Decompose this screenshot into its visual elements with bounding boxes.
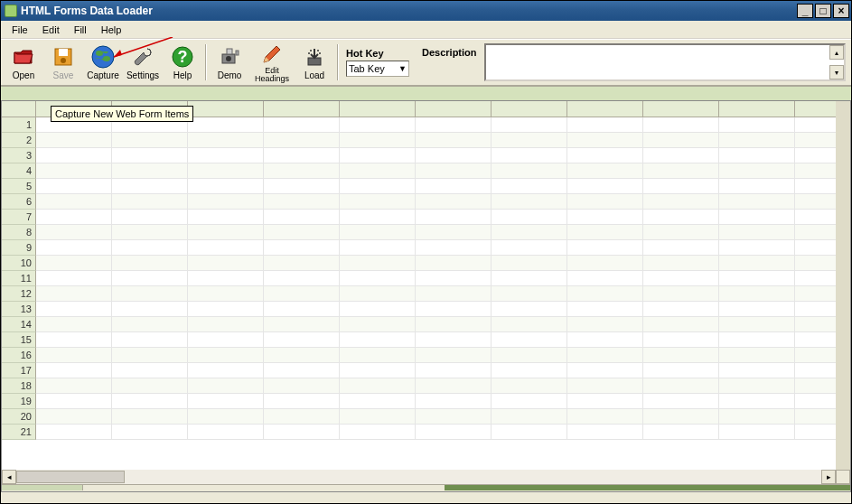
maximize-button[interactable]: □ xyxy=(815,4,831,18)
cell[interactable] xyxy=(719,133,795,148)
menu-fill[interactable]: Fill xyxy=(67,23,94,37)
cell[interactable] xyxy=(719,194,795,210)
cell[interactable] xyxy=(643,163,719,179)
cell[interactable] xyxy=(188,117,264,133)
cell[interactable] xyxy=(188,240,264,256)
cell[interactable] xyxy=(264,179,340,194)
description-scrollbar[interactable]: ▴ ▾ xyxy=(829,45,844,79)
row-header[interactable]: 2 xyxy=(2,133,36,148)
row-header[interactable]: 4 xyxy=(2,163,36,179)
cell[interactable] xyxy=(264,133,340,148)
minimize-button[interactable]: _ xyxy=(797,4,813,18)
cell[interactable] xyxy=(643,194,719,210)
hotkey-select[interactable]: Tab Key ▼ xyxy=(346,61,409,77)
cell[interactable] xyxy=(188,302,264,317)
cell[interactable] xyxy=(264,148,340,163)
cell[interactable] xyxy=(188,409,264,425)
cell[interactable] xyxy=(416,317,492,332)
row-header[interactable]: 20 xyxy=(2,409,36,425)
cell[interactable] xyxy=(567,409,643,425)
row-header[interactable]: 17 xyxy=(2,363,36,378)
cell[interactable] xyxy=(188,256,264,271)
cell[interactable] xyxy=(340,425,416,440)
cell[interactable] xyxy=(567,348,643,363)
cell[interactable] xyxy=(643,225,719,240)
cell[interactable] xyxy=(264,317,340,332)
cell[interactable] xyxy=(643,240,719,256)
row-header[interactable]: 16 xyxy=(2,348,36,363)
cell[interactable] xyxy=(567,271,643,286)
cell[interactable] xyxy=(264,256,340,271)
cell[interactable] xyxy=(719,286,795,302)
cell[interactable] xyxy=(643,409,719,425)
cell[interactable] xyxy=(416,163,492,179)
cell[interactable] xyxy=(719,409,795,425)
cell[interactable] xyxy=(567,286,643,302)
cell[interactable] xyxy=(340,271,416,286)
cell[interactable] xyxy=(643,256,719,271)
cell[interactable] xyxy=(643,348,719,363)
cell[interactable] xyxy=(567,210,643,225)
cell[interactable] xyxy=(492,163,567,179)
cell[interactable] xyxy=(264,271,340,286)
cell[interactable] xyxy=(416,363,492,378)
cell[interactable] xyxy=(36,302,112,317)
cell[interactable] xyxy=(112,210,188,225)
cell[interactable] xyxy=(188,286,264,302)
cell[interactable] xyxy=(416,302,492,317)
cell[interactable] xyxy=(567,425,643,440)
cell[interactable] xyxy=(188,163,264,179)
cell[interactable] xyxy=(643,302,719,317)
row-header[interactable]: 13 xyxy=(2,302,36,317)
cell[interactable] xyxy=(36,332,112,348)
cell[interactable] xyxy=(188,210,264,225)
cell[interactable] xyxy=(264,240,340,256)
cell[interactable] xyxy=(492,225,567,240)
cell[interactable] xyxy=(340,225,416,240)
menu-edit[interactable]: Edit xyxy=(35,23,67,37)
cell[interactable] xyxy=(492,332,567,348)
cell[interactable] xyxy=(719,302,795,317)
cell[interactable] xyxy=(643,179,719,194)
cell[interactable] xyxy=(36,225,112,240)
cell[interactable] xyxy=(416,240,492,256)
cell[interactable] xyxy=(340,179,416,194)
cell[interactable] xyxy=(188,332,264,348)
cell[interactable] xyxy=(416,210,492,225)
cell[interactable] xyxy=(492,394,567,409)
cell[interactable] xyxy=(264,378,340,394)
row-header[interactable]: 12 xyxy=(2,286,36,302)
row-header[interactable]: 1 xyxy=(2,117,36,133)
cell[interactable] xyxy=(416,409,492,425)
cell[interactable] xyxy=(36,425,112,440)
cell[interactable] xyxy=(492,378,567,394)
cell[interactable] xyxy=(719,225,795,240)
close-button[interactable]: × xyxy=(833,4,849,18)
cell[interactable] xyxy=(340,348,416,363)
cell[interactable] xyxy=(492,363,567,378)
cell[interactable] xyxy=(416,179,492,194)
cell[interactable] xyxy=(643,425,719,440)
cell[interactable] xyxy=(36,271,112,286)
cell[interactable] xyxy=(188,348,264,363)
cell[interactable] xyxy=(188,225,264,240)
cell[interactable] xyxy=(264,394,340,409)
cell[interactable] xyxy=(340,256,416,271)
cell[interactable] xyxy=(492,148,567,163)
cell[interactable] xyxy=(416,225,492,240)
cell[interactable] xyxy=(340,409,416,425)
cell[interactable] xyxy=(112,225,188,240)
scroll-down-icon[interactable]: ▾ xyxy=(829,65,844,79)
cell[interactable] xyxy=(188,179,264,194)
menu-help[interactable]: Help xyxy=(94,23,129,37)
cell[interactable] xyxy=(719,163,795,179)
scrollbar-track[interactable] xyxy=(16,470,821,484)
cell[interactable] xyxy=(719,179,795,194)
cell[interactable] xyxy=(416,133,492,148)
cell[interactable] xyxy=(492,194,567,210)
cell[interactable] xyxy=(416,117,492,133)
cell[interactable] xyxy=(643,148,719,163)
load-button[interactable]: Load xyxy=(295,42,333,83)
cell[interactable] xyxy=(112,348,188,363)
cell[interactable] xyxy=(643,317,719,332)
